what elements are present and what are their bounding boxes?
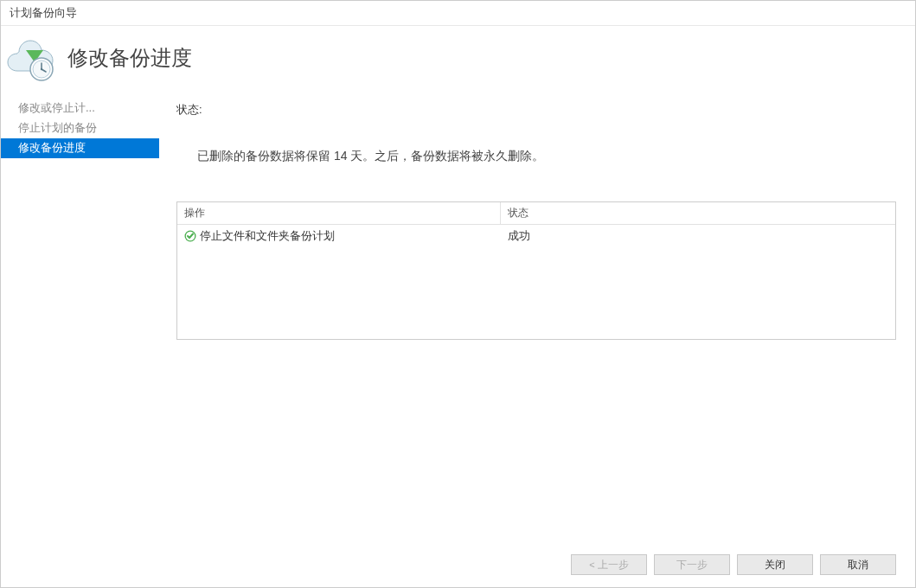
svg-point-4 xyxy=(41,68,42,70)
wizard-header: 修改备份进度 xyxy=(1,26,915,97)
retention-info-text: 已删除的备份数据将保留 14 天。之后，备份数据将被永久删除。 xyxy=(197,145,595,167)
main-area: 修改或停止计... 停止计划的备份 修改备份进度 状态: 已删除的备份数据将保留… xyxy=(1,97,915,544)
success-check-icon xyxy=(184,230,196,242)
column-header-status[interactable]: 状态 xyxy=(501,202,896,225)
backup-cloud-clock-icon xyxy=(3,35,57,81)
chevron-left-icon: < xyxy=(589,559,594,570)
sidebar-item-modify-stop[interactable]: 修改或停止计... xyxy=(1,99,159,118)
status-label: 状态: xyxy=(176,102,896,118)
table-row: 停止文件和文件夹备份计划 成功 xyxy=(177,225,895,248)
cancel-button[interactable]: 取消 xyxy=(820,554,896,575)
wizard-steps-sidebar: 修改或停止计... 停止计划的备份 修改备份进度 xyxy=(1,97,159,544)
next-button[interactable]: 下一步 xyxy=(654,554,730,575)
status-cell: 成功 xyxy=(501,225,896,248)
wizard-footer: < 上一步 下一步 关闭 取消 xyxy=(1,544,915,587)
column-header-operation[interactable]: 操作 xyxy=(177,202,501,225)
page-title: 修改备份进度 xyxy=(67,44,192,72)
sidebar-item-stop-scheduled[interactable]: 停止计划的备份 xyxy=(1,118,159,138)
operations-table-container: 操作 状态 xyxy=(176,201,896,340)
operation-cell: 停止文件和文件夹备份计划 xyxy=(200,228,335,244)
window-title: 计划备份向导 xyxy=(10,6,77,19)
sidebar-item-modify-progress[interactable]: 修改备份进度 xyxy=(1,138,159,158)
content-pane: 状态: 已删除的备份数据将保留 14 天。之后，备份数据将被永久删除。 操作 状… xyxy=(159,97,915,544)
operations-table: 操作 状态 xyxy=(177,202,895,247)
window-titlebar: 计划备份向导 xyxy=(1,1,915,26)
close-button[interactable]: 关闭 xyxy=(737,554,813,575)
previous-button[interactable]: < 上一步 xyxy=(571,554,647,575)
